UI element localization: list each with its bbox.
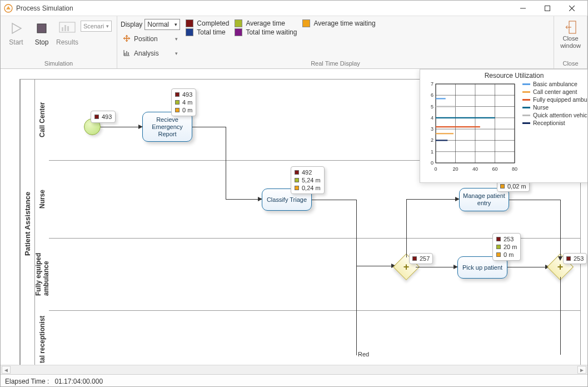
badge-gateway1: 257 [409, 253, 433, 264]
classify-avg: 5,24 m [302, 176, 321, 184]
svg-text:60: 60 [492, 166, 497, 172]
lane-title-receptionist: tal receptionist [34, 310, 49, 365]
avgwait-label: Average time waiting [313, 19, 375, 27]
svg-text:80: 80 [512, 166, 517, 172]
window-title: Process Simulation [16, 4, 511, 12]
position-dropdown[interactable]: Position ▾ [121, 33, 180, 45]
status-bar: Elapsed Time : 01.17:04:00.000 [1, 374, 587, 387]
task-recieve-label: Recieve Emergency Report [145, 116, 190, 138]
util-legend: Basic ambulance Call center agent Fully … [522, 81, 587, 175]
app-icon [4, 4, 13, 13]
start-label: Start [9, 38, 23, 46]
totalwait-swatch-icon [235, 28, 242, 36]
analysis-dropdown[interactable]: Analysis ▾ [121, 47, 180, 59]
legend-total-time: Total time [186, 28, 229, 36]
pickup-completed: 253 [504, 235, 514, 243]
recieve-wait: 0 m [182, 106, 192, 114]
stop-label: Stop [35, 38, 49, 46]
results-button[interactable]: Results [55, 18, 79, 47]
ribbon: Start Stop Results [1, 16, 587, 69]
svg-rect-10 [128, 52, 129, 55]
chevron-down-icon: ▾ [175, 22, 177, 27]
scenario-value: Scenari [83, 23, 104, 29]
close-line1: Close [560, 35, 581, 42]
legend-avg-wait: Average time waiting [302, 19, 375, 27]
results-icon [58, 19, 76, 37]
task-recieve-emergency[interactable]: Recieve Emergency Report [142, 112, 192, 142]
legend-total-wait: Total time waiting [235, 28, 297, 36]
lg-recep: Receptionist [533, 120, 565, 126]
display-select[interactable]: Normal ▾ [144, 19, 180, 30]
elapsed-value: 01.17:04:00.000 [54, 378, 103, 385]
avgtime-label: Average time [246, 19, 285, 27]
badge-recieve: 493 4 m 0 m [171, 88, 196, 116]
badge-pickup: 253 20 m 0 m [492, 233, 521, 261]
close-window-button[interactable]: Close window [555, 18, 586, 51]
elapsed-label: Elapsed Time : [5, 378, 49, 385]
chevron-down-icon: ▾ [106, 23, 109, 29]
svg-text:1: 1 [431, 149, 433, 155]
svg-text:4: 4 [431, 115, 433, 121]
avgtime-swatch-icon [235, 19, 242, 27]
totaltime-label: Total time [197, 28, 225, 36]
flow-label-red: Red [358, 351, 369, 358]
scroll-left-button[interactable]: ◄ [2, 366, 11, 374]
gw2-count: 253 [574, 255, 584, 262]
lane-title-nurse: Nurse [34, 160, 49, 238]
window-close-button[interactable] [560, 1, 584, 16]
task-pickup-label: Pick up patient [462, 264, 502, 271]
pickup-avg: 20 m [504, 243, 517, 251]
classify-completed: 492 [302, 168, 312, 176]
avgwait-swatch-icon [302, 19, 310, 27]
pickup-wait: 0 m [504, 251, 514, 259]
svg-rect-6 [64, 25, 66, 31]
svg-rect-8 [124, 53, 126, 55]
svg-rect-5 [62, 27, 63, 31]
svg-marker-2 [12, 23, 21, 33]
horizontal-scrollbar[interactable]: ◄ ► [1, 365, 587, 374]
totaltime-swatch-icon [186, 28, 193, 36]
chevron-down-icon: ▾ [175, 36, 178, 42]
resource-utilization-panel[interactable]: Resource Utilization 02040608001234567 B… [420, 69, 587, 183]
start-button[interactable]: Start [4, 18, 28, 47]
svg-text:3: 3 [431, 126, 433, 132]
position-icon [123, 34, 131, 44]
manage-wait: 0,02 m [507, 182, 526, 190]
svg-rect-7 [67, 26, 69, 31]
play-icon [7, 19, 25, 37]
task-manage-label: Manage patient entry [462, 192, 506, 207]
lg-agent: Call center agent [533, 88, 577, 95]
scenario-select[interactable]: Scenari ▾ [81, 21, 112, 32]
lg-basic: Basic ambulance [533, 81, 577, 87]
recieve-avg: 4 m [182, 98, 192, 106]
lane-title-ambulance: Fully equiped ambulance [34, 238, 49, 310]
util-title: Resource Utilization [423, 72, 587, 80]
svg-rect-1 [545, 6, 550, 11]
lg-full: Fully equipped ambulance [533, 96, 587, 103]
pool-title: Patient Assistance [20, 80, 34, 365]
diagram-canvas[interactable]: Patient Assistance Call Center Nurse Ful… [1, 69, 587, 365]
chevron-down-icon: ▾ [175, 51, 178, 56]
lg-nurse: Nurse [533, 104, 549, 111]
analysis-icon [123, 49, 131, 58]
group-label-close: Close [562, 59, 578, 68]
close-line2: window [560, 42, 581, 49]
window-maximize-button[interactable] [535, 1, 560, 16]
classify-wait: 0,24 m [302, 184, 321, 192]
scroll-right-button[interactable]: ► [577, 366, 586, 374]
display-value: Normal [147, 21, 169, 28]
svg-rect-9 [126, 51, 127, 55]
badge-gateway2: 253 [563, 253, 587, 264]
badge-classify: 492 5,24 m 0,24 m [291, 166, 325, 194]
stop-button[interactable]: Stop [29, 18, 54, 47]
window-minimize-button[interactable] [511, 1, 535, 16]
lane-title-callcenter: Call Center [34, 80, 49, 160]
lg-quick: Quick attention vehicle [533, 112, 587, 118]
legend-avg-time: Average time [235, 19, 297, 27]
svg-text:6: 6 [431, 92, 433, 98]
completed-label: Completed [197, 19, 229, 27]
completed-swatch-icon [186, 19, 193, 27]
gw1-count: 257 [420, 255, 430, 262]
svg-text:0: 0 [431, 160, 433, 166]
task-classify-label: Classify Triage [267, 196, 307, 204]
